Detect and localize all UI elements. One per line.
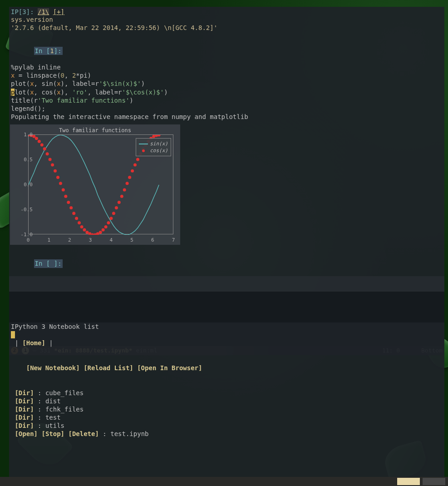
notebook-name[interactable]: test.ipynb [110, 430, 148, 437]
ytick-label: 1.0 [24, 132, 33, 138]
chart-output: Two familiar functions sin(x) cos(x) -1.… [10, 124, 180, 245]
ytick-label: 0.5 [24, 157, 33, 163]
cursor: p [11, 89, 15, 96]
list-item: [Dir] : utils [9, 422, 444, 430]
svg-point-16 [69, 206, 73, 209]
svg-point-10 [54, 169, 57, 173]
svg-point-28 [102, 228, 105, 232]
xtick-label: 6 [151, 237, 154, 243]
delete-button[interactable]: [Delete] [68, 430, 98, 437]
code-line: sys.version [11, 15, 443, 24]
svg-point-22 [85, 231, 89, 234]
svg-point-2 [32, 135, 35, 138]
svg-point-14 [64, 195, 67, 198]
legend-line-icon [139, 144, 148, 144]
code-line[interactable]: x = linspace(0, 2*pi) [11, 71, 443, 79]
dir-name[interactable]: fchk_files [45, 406, 84, 413]
dir-link[interactable]: [Dir] [15, 414, 34, 421]
dir-name[interactable]: cube_files [45, 389, 84, 397]
new-notebook-button[interactable]: [New Notebook] [26, 364, 80, 372]
chart-title: Two familiar functions [10, 127, 180, 134]
legend-dot-icon [142, 149, 145, 152]
svg-point-5 [40, 144, 44, 147]
svg-point-36 [123, 188, 126, 192]
taskbar-item[interactable] [423, 478, 445, 485]
output-text: '2.7.6 (default, Mar 22 2014, 22:59:56) … [11, 24, 443, 32]
svg-point-18 [75, 217, 78, 220]
code-line[interactable]: plot(x, sin(x), label=r'$\sin(x)$') [11, 79, 443, 88]
svg-point-41 [136, 158, 139, 161]
xtick-label: 5 [130, 237, 133, 243]
ytick-label: 0.0 [24, 182, 33, 188]
code-line[interactable]: legend(); [11, 104, 443, 113]
svg-point-35 [120, 195, 123, 198]
taskbar-item[interactable] [397, 478, 420, 485]
reload-list-button[interactable]: [Reload List] [84, 364, 133, 372]
legend-label: cos(x) [150, 148, 168, 154]
notebooklist-pane[interactable]: IPython 3 Notebook list | [Home] | [New … [9, 322, 444, 486]
cell-1[interactable]: In [1]: %pylab inline x = linspace(0, 2*… [9, 38, 444, 121]
code-line[interactable]: %pylab inline [11, 63, 443, 71]
svg-point-17 [72, 212, 75, 215]
input-prompt: In [1]: [34, 47, 63, 55]
svg-point-32 [112, 212, 115, 215]
dir-name[interactable]: utils [45, 422, 64, 429]
code-line[interactable]: title(r'Two familiar functions') [11, 96, 443, 104]
tab-active[interactable]: /1\ [38, 8, 49, 15]
svg-point-6 [43, 148, 46, 151]
output-text: Populating the interactive namespace fro… [11, 113, 443, 121]
ytick-label: -0.5 [21, 207, 33, 213]
tab-add-button[interactable]: [+] [53, 8, 64, 15]
ytick-label: -1.0 [21, 232, 33, 238]
svg-point-29 [104, 225, 108, 228]
xtick-label: 4 [110, 237, 113, 243]
xtick-label: 3 [89, 237, 92, 243]
list-item: [Dir] : test [9, 413, 444, 422]
svg-point-30 [107, 221, 110, 224]
editor-pane[interactable]: IP[3]: /1\ [+] sys.version '2.7.6 (defau… [9, 7, 444, 355]
legend-label: sin(x) [150, 141, 168, 147]
breadcrumb: | [Home] | [9, 339, 444, 347]
svg-point-26 [96, 233, 99, 235]
xtick-label: 0 [27, 237, 30, 243]
svg-point-11 [56, 176, 59, 179]
svg-point-27 [99, 231, 102, 234]
empty-cell-body[interactable] [9, 276, 444, 292]
xtick-label: 7 [172, 237, 175, 243]
cell-2[interactable]: In [ ]: [9, 251, 444, 276]
cell-output-0: sys.version '2.7.6 (default, Mar 22 2014… [9, 15, 444, 32]
svg-point-9 [51, 164, 54, 167]
svg-point-37 [126, 182, 129, 185]
taskbar [0, 477, 448, 486]
input-prompt: In [ ]: [34, 259, 63, 268]
dir-link[interactable]: [Dir] [15, 397, 34, 405]
svg-point-3 [35, 137, 38, 140]
svg-point-13 [62, 188, 65, 192]
svg-point-33 [115, 206, 118, 209]
home-link[interactable]: [Home] [22, 339, 45, 347]
svg-point-34 [118, 201, 121, 204]
list-item: [Dir] : cube_files [9, 389, 444, 397]
open-button[interactable]: [Open] [15, 430, 38, 437]
dir-name[interactable]: test [45, 414, 61, 421]
stop-button[interactable]: [Stop] [41, 430, 64, 437]
svg-point-4 [38, 140, 41, 143]
tab-bar: IP[3]: /1\ [+] [9, 7, 444, 15]
dir-link[interactable]: [Dir] [15, 406, 34, 413]
dir-name[interactable]: dist [45, 397, 61, 405]
svg-point-15 [67, 201, 70, 204]
dir-link[interactable]: [Dir] [15, 422, 34, 429]
svg-point-31 [109, 217, 113, 220]
dir-link[interactable]: [Dir] [15, 389, 34, 397]
kernel-label: IP[3]: [11, 8, 34, 15]
list-item: [Dir] : fchk_files [9, 405, 444, 413]
svg-point-21 [83, 228, 86, 232]
svg-point-39 [131, 169, 134, 173]
svg-point-20 [80, 225, 84, 228]
xtick-label: 2 [68, 237, 71, 243]
code-line[interactable]: plot(x, cos(x), 'ro', label=r'$\cos(x)$'… [11, 88, 443, 96]
open-in-browser-button[interactable]: [Open In Browser] [137, 364, 202, 372]
svg-point-40 [133, 164, 137, 167]
xtick-label: 1 [47, 237, 50, 243]
svg-point-12 [59, 182, 62, 185]
